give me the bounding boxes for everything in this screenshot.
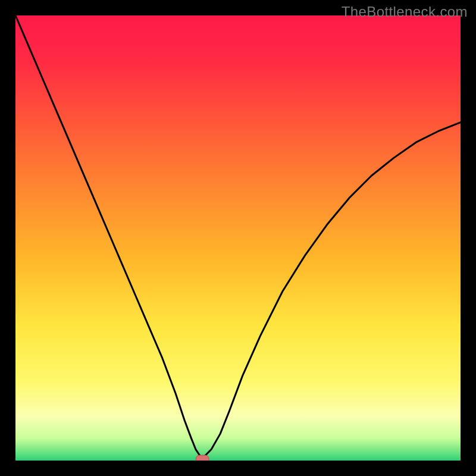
plot-svg <box>15 15 461 461</box>
plot-area <box>15 15 461 461</box>
watermark-label: TheBottleneck.com <box>342 4 468 20</box>
chart-frame: TheBottleneck.com <box>0 0 476 476</box>
optimal-point-marker <box>196 455 209 461</box>
background-gradient <box>15 15 461 461</box>
